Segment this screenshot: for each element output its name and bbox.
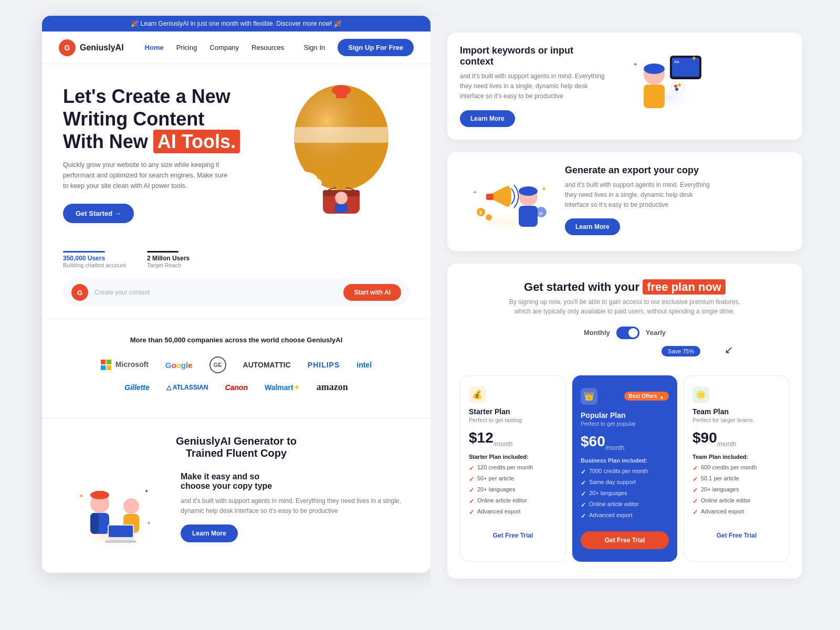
get-started-button[interactable]: Get Started → bbox=[63, 204, 134, 223]
team-feature-4: ✓Online article editor bbox=[692, 497, 781, 505]
logo-gillette: Gillette bbox=[124, 383, 149, 392]
starter-feature-2: ✓50+ per article bbox=[469, 475, 557, 483]
stat-label-2: Target Reach bbox=[147, 262, 190, 268]
starter-cta-button[interactable]: Get Free Trial bbox=[469, 528, 557, 543]
popular-feature-4: ✓Online article editor bbox=[581, 501, 669, 509]
stat-bar-2 bbox=[147, 251, 178, 253]
pricing-highlight: free plan now bbox=[643, 279, 726, 295]
starter-icon: 💰 bbox=[469, 386, 486, 403]
svg-rect-16 bbox=[101, 365, 106, 370]
hero-description: Quickly grow your website to any size wh… bbox=[63, 160, 231, 191]
popular-feature-1: ✓7000 credits per month bbox=[581, 468, 669, 476]
hero-illustration bbox=[262, 69, 420, 227]
nav-signin[interactable]: Sign In bbox=[304, 44, 325, 51]
generator-description: and it's built with support agents in mi… bbox=[181, 496, 410, 516]
svg-point-40 bbox=[674, 85, 677, 88]
feature-1-desc: and it's built with support agents in mi… bbox=[460, 71, 607, 102]
save-badge: Save 75% bbox=[662, 346, 700, 356]
popular-plan-price: $60/month bbox=[581, 433, 669, 452]
starter-plan-price: $12/month bbox=[469, 429, 557, 448]
feature-1-learn-button[interactable]: Learn More bbox=[460, 110, 515, 127]
svg-text:✦: ✦ bbox=[147, 521, 151, 526]
svg-rect-51 bbox=[519, 206, 538, 227]
generator-learn-button[interactable]: Learn More bbox=[181, 524, 238, 542]
feature-1-title: Import keywords or input context bbox=[460, 45, 607, 67]
generator-title: GeniuslyAI Generator toTrained Fluent Co… bbox=[63, 435, 410, 459]
feature-2-learn-button[interactable]: Learn More bbox=[565, 218, 620, 235]
billing-toggle: Monthly Yearly bbox=[460, 327, 790, 339]
pricing-section: Get started with your free plan now By s… bbox=[447, 264, 802, 579]
logo-amazon: amazon bbox=[317, 382, 348, 393]
generator-text: Make it easy and sochoose your copy type… bbox=[181, 472, 410, 542]
pricing-cards: 💰 Starter Plan Perfect to get tasting $1… bbox=[460, 375, 790, 562]
popular-feature-2: ✓Same day support bbox=[581, 479, 669, 487]
start-ai-button[interactable]: Start with AI bbox=[343, 284, 401, 301]
logo-icon: G bbox=[59, 39, 76, 56]
stat-value-2: 2 Millon Users bbox=[147, 255, 190, 262]
toggle-knob bbox=[628, 328, 638, 338]
svg-text:@: @ bbox=[539, 211, 543, 216]
svg-rect-4 bbox=[336, 90, 346, 98]
starter-feature-4: ✓Online article editor bbox=[469, 497, 557, 505]
svg-text:✦: ✦ bbox=[79, 492, 84, 500]
billing-monthly: Monthly bbox=[584, 329, 610, 337]
svg-point-42 bbox=[675, 88, 678, 91]
svg-text:✦: ✦ bbox=[473, 190, 477, 195]
top-banner: 🎉 Learn GeniuslyAI in just one month wit… bbox=[42, 16, 430, 32]
nav-home[interactable]: Home bbox=[145, 44, 164, 51]
content-bar: G Create your content Start with AI bbox=[63, 279, 410, 306]
nav-pricing[interactable]: Pricing bbox=[176, 44, 197, 51]
pricing-title: Get started with your free plan now bbox=[460, 280, 790, 294]
toggle-switch[interactable] bbox=[616, 327, 639, 339]
hero-title: Let's Create a New Writing Content With … bbox=[63, 85, 262, 153]
starter-feature-3: ✓20+ languages bbox=[469, 486, 557, 494]
svg-point-50 bbox=[519, 186, 538, 196]
generator-illustration: ✦ ✦ ✦ bbox=[63, 472, 168, 556]
svg-marker-46 bbox=[491, 186, 507, 207]
feature-2-illustration: $ ✦ ✦ @ bbox=[460, 165, 554, 238]
feature-2-desc: and it's built with support agents in mi… bbox=[565, 180, 712, 211]
signup-button[interactable]: Sign Up For Free bbox=[338, 39, 414, 56]
save-arrow-icon: ↙ bbox=[724, 344, 733, 355]
feature-1-text: Import keywords or input context and it'… bbox=[460, 45, 607, 127]
svg-rect-21 bbox=[90, 513, 99, 534]
team-icon: 🌟 bbox=[692, 386, 709, 403]
nav-company[interactable]: Company bbox=[209, 44, 239, 51]
save-badge-container: Save 75% ↙ bbox=[460, 343, 790, 367]
logo-google: Google bbox=[165, 361, 193, 370]
svg-point-9 bbox=[335, 192, 348, 204]
svg-point-48 bbox=[505, 186, 511, 207]
pricing-description: By signing up now, you'll be able to gai… bbox=[504, 297, 746, 316]
popular-feature-5: ✓Advanced export bbox=[581, 512, 669, 520]
logos-row-1: Microsoft Google GE AUTOMATTIC PHILIPS i… bbox=[63, 356, 410, 373]
stat-item-2: 2 Millon Users Target Reach bbox=[147, 251, 190, 268]
svg-text:✦: ✦ bbox=[633, 61, 637, 67]
team-section-title: Team Plan included: bbox=[692, 454, 781, 460]
generator-content: ✦ ✦ ✦ Make it easy and sochoose your cop… bbox=[63, 472, 410, 556]
feature-2-text: Generate an export your copy and it's bu… bbox=[565, 165, 712, 236]
stat-label-1: Building chatbot account bbox=[63, 262, 126, 268]
team-cta-button[interactable]: Get Free Trial bbox=[692, 528, 781, 543]
svg-rect-10 bbox=[335, 204, 348, 213]
starter-section-title: Starter Plan included: bbox=[469, 454, 557, 460]
popular-cta-button[interactable]: Get Free Trial bbox=[581, 531, 669, 549]
svg-rect-47 bbox=[486, 194, 494, 200]
popular-plan-subtitle: Perfect to get popular bbox=[581, 421, 669, 427]
nav-resources[interactable]: Resources bbox=[251, 44, 284, 51]
team-plan-name: Team Plan bbox=[692, 407, 781, 416]
svg-point-41 bbox=[678, 83, 681, 87]
nav-links: Home Pricing Company Resources bbox=[145, 44, 291, 51]
billing-yearly: Yearly bbox=[646, 329, 666, 337]
svg-point-39 bbox=[671, 81, 684, 93]
feature-card-1: Import keywords or input context and it'… bbox=[447, 33, 802, 140]
logo[interactable]: G GeniuslyAI bbox=[59, 39, 124, 56]
companies-title: More than 50,000 companies across the wo… bbox=[63, 336, 410, 344]
svg-rect-17 bbox=[107, 365, 111, 370]
generator-subtitle: Make it easy and sochoose your copy type bbox=[181, 472, 410, 491]
svg-point-13 bbox=[303, 177, 322, 189]
generator-section: GeniuslyAI Generator toTrained Fluent Co… bbox=[42, 418, 430, 573]
logo-atlassian: △ ATLASSIAN bbox=[166, 384, 208, 391]
starter-feature-1: ✓120 credits per month bbox=[469, 464, 557, 472]
hero-text: Let's Create a New Writing Content With … bbox=[63, 85, 262, 223]
svg-text:✦: ✦ bbox=[541, 185, 547, 193]
